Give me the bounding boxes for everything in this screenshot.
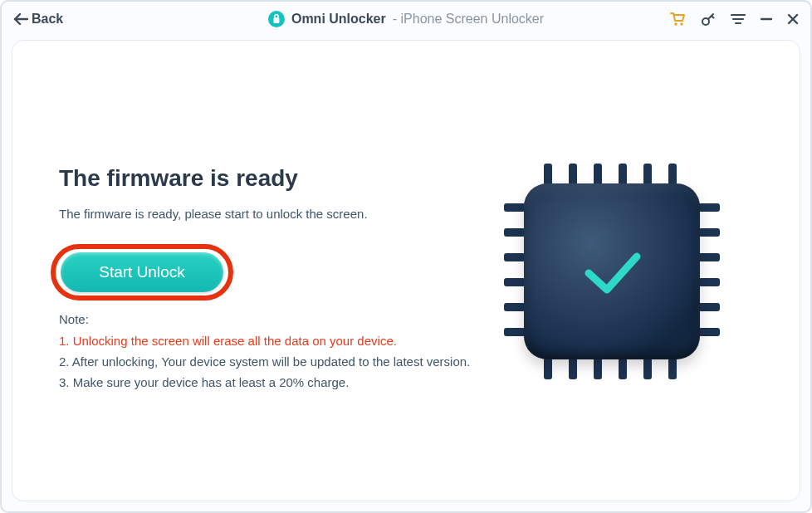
tutorial-highlight: Start Unlock <box>51 244 233 300</box>
cart-icon[interactable] <box>669 12 686 27</box>
app-name: Omni Unlocker <box>291 12 386 27</box>
titlebar: Back Omni Unlocker - iPhone Screen Unloc… <box>2 2 810 37</box>
checkmark-icon <box>574 233 650 310</box>
menu-icon[interactable] <box>731 13 746 25</box>
chip-ready-illustration <box>504 164 720 379</box>
app-logo-icon <box>268 11 285 27</box>
content-card: The firmware is ready The firmware is re… <box>12 40 800 501</box>
note-3: 3. Make sure your device has at least a … <box>59 373 491 393</box>
start-unlock-button[interactable]: Start Unlock <box>61 252 223 292</box>
start-unlock-label: Start Unlock <box>99 263 184 281</box>
app-subtitle: - iPhone Screen Unlocker <box>393 12 544 27</box>
svg-point-1 <box>674 22 677 25</box>
chip-body-icon <box>524 183 700 359</box>
back-arrow-icon <box>13 12 28 26</box>
note-1: 1. Unlocking the screen will erase all t… <box>59 331 491 352</box>
back-label: Back <box>32 12 63 27</box>
note-label: Note: <box>59 312 491 326</box>
back-button[interactable]: Back <box>13 12 63 27</box>
close-button[interactable] <box>787 13 799 25</box>
app-title: Omni Unlocker - iPhone Screen Unlocker <box>268 11 544 27</box>
app-window: Back Omni Unlocker - iPhone Screen Unloc… <box>0 0 812 513</box>
main-column: The firmware is ready The firmware is re… <box>59 165 491 393</box>
svg-rect-0 <box>273 17 279 23</box>
note-2: 2. After unlocking, Your device system w… <box>59 352 491 373</box>
key-icon[interactable] <box>701 12 716 27</box>
page-heading: The firmware is ready <box>59 165 491 192</box>
minimize-button[interactable] <box>761 13 772 25</box>
titlebar-actions <box>669 12 799 27</box>
svg-point-2 <box>680 22 682 25</box>
page-subtitle: The firmware is ready, please start to u… <box>59 207 491 221</box>
